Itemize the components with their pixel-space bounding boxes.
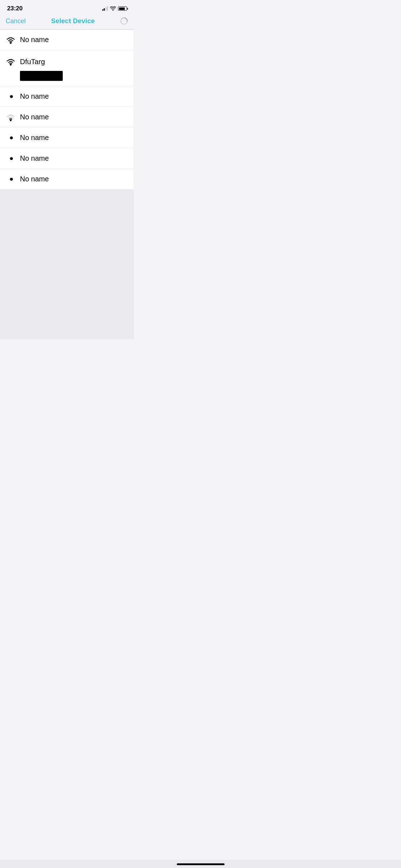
nav-bar: Cancel Select Device — [0, 14, 134, 29]
list-item[interactable]: No name — [0, 148, 134, 169]
dot-icon — [6, 178, 19, 181]
redacted-row — [0, 71, 134, 86]
device-name: No name — [20, 175, 49, 183]
svg-point-1 — [10, 42, 12, 44]
device-name: No name — [20, 113, 49, 121]
page-title: Select Device — [51, 17, 95, 25]
svg-point-2 — [10, 64, 12, 66]
wifi-weak-icon — [6, 113, 19, 121]
dot-icon — [6, 157, 19, 160]
device-name: DfuTarg — [20, 58, 45, 66]
signal-icon — [102, 6, 108, 11]
list-item[interactable]: No name — [0, 169, 134, 190]
device-name: No name — [20, 134, 49, 142]
cancel-button[interactable]: Cancel — [6, 17, 26, 25]
status-icons — [102, 6, 128, 11]
page: 23:20 — [0, 0, 134, 339]
list-item[interactable]: No name — [0, 86, 134, 107]
status-bar: 23:20 — [0, 0, 134, 14]
device-name: No name — [20, 154, 49, 162]
wifi-full-icon — [6, 36, 19, 44]
dot-icon — [6, 95, 19, 98]
device-list: No name DfuTarg No name — [0, 30, 134, 190]
list-item[interactable]: No name — [0, 30, 134, 50]
list-item[interactable]: DfuTarg — [0, 50, 134, 71]
svg-point-3 — [10, 119, 12, 121]
redacted-block — [20, 71, 63, 81]
empty-area — [0, 190, 134, 339]
list-item[interactable]: No name — [0, 107, 134, 128]
device-name: No name — [20, 36, 49, 44]
dot-icon — [6, 136, 19, 139]
device-name: No name — [20, 92, 49, 100]
battery-icon — [118, 6, 128, 11]
list-item[interactable]: No name — [0, 128, 134, 148]
status-time: 23:20 — [7, 5, 22, 12]
wifi-full-icon — [6, 58, 19, 66]
wifi-status-icon — [110, 6, 116, 11]
loading-spinner — [120, 17, 128, 25]
